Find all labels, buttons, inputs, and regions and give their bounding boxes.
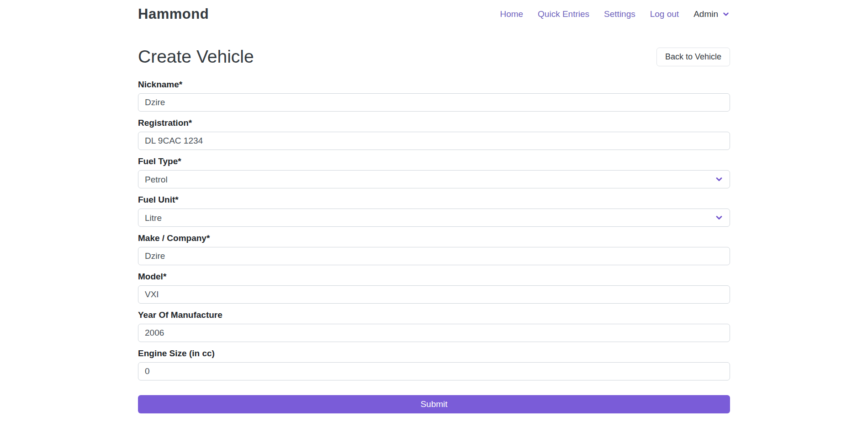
- main-content: Create Vehicle Back to Vehicle Nickname*…: [138, 47, 730, 413]
- brand-logo[interactable]: Hammond: [138, 6, 209, 22]
- nav-item-quick-entries[interactable]: Quick Entries: [538, 9, 589, 19]
- form-fields: Nickname* Registration* Fuel Type* Petro…: [138, 80, 730, 380]
- page-title: Create Vehicle: [138, 47, 254, 67]
- fuel-unit-select[interactable]: Litre: [138, 209, 730, 227]
- field-label: Model*: [138, 272, 730, 282]
- field-label: Nickname*: [138, 80, 730, 90]
- nav-item-log-out[interactable]: Log out: [650, 9, 679, 19]
- chevron-down-icon: [722, 10, 730, 18]
- create-vehicle-form: Nickname* Registration* Fuel Type* Petro…: [138, 80, 730, 413]
- navbar: Hammond HomeQuick EntriesSettingsLog out…: [0, 0, 868, 28]
- engine-size-input[interactable]: [138, 362, 730, 380]
- field-label: Make / Company*: [138, 233, 730, 243]
- submit-button[interactable]: Submit: [138, 395, 730, 413]
- year-of-manufacture-input[interactable]: [138, 324, 730, 342]
- nav-links: HomeQuick EntriesSettingsLog out Admin: [500, 9, 730, 19]
- field-label: Year Of Manufacture: [138, 310, 730, 320]
- form-field-make-company: Make / Company*: [138, 233, 730, 265]
- field-label: Fuel Unit*: [138, 195, 730, 205]
- page-header: Create Vehicle Back to Vehicle: [138, 47, 730, 67]
- back-to-vehicle-button[interactable]: Back to Vehicle: [656, 48, 730, 66]
- form-field-year-of-manufacture: Year Of Manufacture: [138, 310, 730, 342]
- nav-item-settings[interactable]: Settings: [604, 9, 635, 19]
- nav-dropdown-label: Admin: [693, 9, 718, 19]
- form-field-fuel-unit: Fuel Unit* Litre: [138, 195, 730, 227]
- field-label: Fuel Type*: [138, 156, 730, 166]
- make-company-input[interactable]: [138, 247, 730, 265]
- form-field-fuel-type: Fuel Type* Petrol: [138, 156, 730, 188]
- model-input[interactable]: [138, 285, 730, 304]
- field-label: Registration*: [138, 118, 730, 128]
- form-field-nickname: Nickname*: [138, 80, 730, 112]
- form-field-engine-size: Engine Size (in cc): [138, 348, 730, 380]
- form-field-registration: Registration*: [138, 118, 730, 150]
- nav-item-home[interactable]: Home: [500, 9, 523, 19]
- registration-input[interactable]: [138, 132, 730, 150]
- field-label: Engine Size (in cc): [138, 348, 730, 359]
- fuel-type-select[interactable]: Petrol: [138, 170, 730, 188]
- form-field-model: Model*: [138, 272, 730, 304]
- nav-dropdown-admin[interactable]: Admin: [693, 9, 730, 19]
- nickname-input[interactable]: [138, 93, 730, 112]
